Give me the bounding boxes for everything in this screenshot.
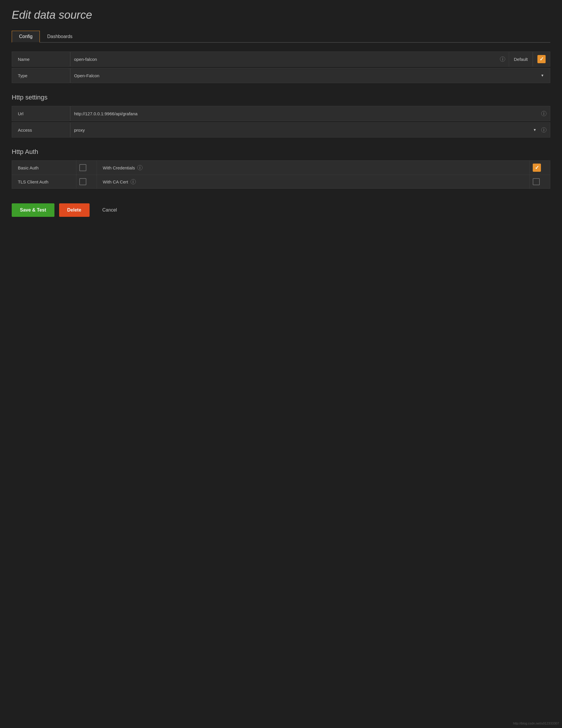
button-row: Save & Test Delete Cancel: [12, 203, 550, 217]
name-row: Name i Default ✓: [12, 51, 550, 67]
type-select-container: Open-Falcon ▼: [74, 73, 546, 78]
access-select-wrap: proxy direct ▼ i: [70, 122, 550, 138]
default-label: Default: [509, 51, 533, 67]
with-credentials-checkbox[interactable]: ✓: [533, 164, 541, 172]
save-test-button[interactable]: Save & Test: [12, 203, 54, 217]
http-auth-heading: Http Auth: [12, 148, 550, 156]
with-ca-cert-info-icon: i: [130, 179, 136, 184]
basic-auth-row: Basic Auth With Credentials i ✓: [12, 161, 550, 175]
url-info-icon: i: [541, 111, 546, 116]
tls-auth-checkbox[interactable]: [79, 178, 86, 185]
basic-auth-checkbox-cell: [76, 161, 97, 175]
name-input-wrap: i: [70, 51, 509, 67]
delete-button[interactable]: Delete: [59, 203, 90, 217]
url-input[interactable]: [74, 111, 539, 116]
default-checkbox-cell: ✓: [533, 51, 550, 67]
with-ca-cert-checkbox[interactable]: [533, 178, 540, 185]
watermark: http://blog.csdn.net/u012333307: [513, 722, 559, 725]
access-info-icon: i: [541, 127, 546, 133]
auth-table: Basic Auth With Credentials i ✓ TLS Clie…: [12, 160, 550, 189]
with-credentials-info-icon: i: [137, 165, 142, 170]
default-checkmark: ✓: [539, 56, 544, 62]
tls-auth-checkbox-cell: [76, 175, 97, 189]
name-label: Name: [12, 51, 70, 67]
with-credentials-checkmark: ✓: [535, 164, 539, 171]
tab-config[interactable]: Config: [12, 31, 40, 43]
http-settings-heading: Http settings: [12, 94, 550, 101]
basic-auth-label: Basic Auth: [12, 161, 76, 175]
with-credentials-label-wrap: With Credentials i: [103, 165, 524, 170]
with-ca-cert-label: With CA Cert: [103, 179, 128, 184]
url-row: Url i: [12, 106, 550, 121]
type-label: Type: [12, 68, 70, 83]
type-select[interactable]: Open-Falcon: [74, 73, 546, 78]
url-input-wrap: i: [70, 106, 550, 121]
access-label: Access: [12, 122, 70, 138]
type-row: Type Open-Falcon ▼: [12, 68, 550, 83]
default-checkbox[interactable]: ✓: [537, 55, 546, 63]
access-row: Access proxy direct ▼ i: [12, 122, 550, 138]
tls-auth-label: TLS Client Auth: [12, 175, 76, 189]
with-ca-cert-checkbox-cell: [530, 175, 550, 189]
with-ca-cert-label-cell: With CA Cert i: [97, 175, 530, 189]
with-credentials-label-cell: With Credentials i: [97, 161, 530, 175]
access-select-container: proxy direct ▼: [74, 128, 539, 133]
name-input[interactable]: [74, 57, 498, 62]
url-label: Url: [12, 106, 70, 121]
tab-dashboards[interactable]: Dashboards: [40, 31, 80, 43]
access-select[interactable]: proxy direct: [74, 128, 539, 133]
basic-auth-checkbox[interactable]: [79, 164, 86, 171]
type-select-wrap: Open-Falcon ▼: [70, 68, 550, 83]
tabs-container: Config Dashboards: [12, 30, 550, 43]
tls-auth-row: TLS Client Auth With CA Cert i: [12, 175, 550, 189]
with-ca-cert-label-wrap: With CA Cert i: [103, 179, 524, 184]
page-title: Edit data source: [12, 9, 550, 21]
name-info-icon: i: [500, 56, 505, 62]
with-credentials-label: With Credentials: [103, 165, 135, 170]
cancel-button[interactable]: Cancel: [94, 203, 125, 217]
with-credentials-checkbox-cell: ✓: [530, 161, 550, 175]
